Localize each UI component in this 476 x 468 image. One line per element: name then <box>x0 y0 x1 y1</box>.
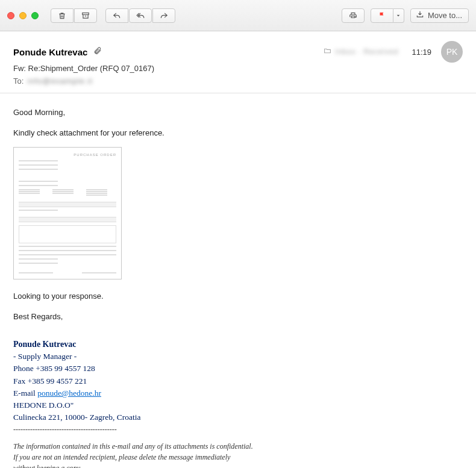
flag-dropdown-icon[interactable] <box>393 8 404 23</box>
print-button[interactable] <box>342 8 365 23</box>
sig-company: HEDONE D.O.O" <box>13 399 463 411</box>
sender-name: Ponude Kutrevac <box>13 47 87 57</box>
attachment-preview[interactable]: PURCHASE ORDER <box>13 147 122 279</box>
to-label: To: <box>13 76 23 86</box>
window-titlebar: Move to... <box>0 0 476 31</box>
message-time: 11:19 <box>412 48 431 57</box>
sig-name: Ponude Kutrevac <box>13 338 463 351</box>
reply-button[interactable] <box>105 8 128 23</box>
sig-email-label: E-mail <box>13 388 37 398</box>
reply-all-button[interactable] <box>129 8 152 23</box>
sig-phone: Phone +385 99 4557 128 <box>13 363 463 375</box>
signature-block: Ponude Kutrevac - Supply Manager - Phone… <box>13 338 463 424</box>
flag-icon[interactable] <box>371 8 393 23</box>
disclaimer-l3: without keeping a copy. <box>13 463 463 469</box>
sig-title: - Supply Manager - <box>13 351 463 363</box>
delete-button[interactable] <box>51 8 74 23</box>
disclaimer-l2: If you are not an intended recipient, pl… <box>13 452 463 463</box>
sig-address: Culinecka 221, 10000- Zagreb, Croatia <box>13 411 463 423</box>
avatar: PK <box>441 41 463 63</box>
body-closing: Best Regards, <box>13 311 463 323</box>
archive-button[interactable] <box>74 8 97 23</box>
body-line2: Looking to your response. <box>13 290 463 302</box>
sig-email-line: E-mail ponude@hedone.hr <box>13 387 463 399</box>
minimize-window-button[interactable] <box>19 12 27 19</box>
message-body: Good Morning, Kindly check attachment fo… <box>0 93 476 468</box>
folder-meta: Inbox · Received <box>324 47 398 57</box>
flag-menu[interactable] <box>371 8 404 23</box>
sig-email-link[interactable]: ponude@hedone.hr <box>37 388 101 398</box>
disclaimer: The information contained in this e-mail… <box>13 441 463 469</box>
to-value: info@example.it <box>27 76 92 86</box>
forward-button[interactable] <box>152 8 175 23</box>
to-line: To: info@example.it <box>13 76 463 86</box>
reply-group <box>105 8 175 23</box>
message-header: Ponude Kutrevac Inbox · Received 11:19 P… <box>0 31 476 93</box>
message-actions-group <box>51 8 97 23</box>
body-line1: Kindly check attachment for your referen… <box>13 127 463 139</box>
sig-fax: Fax +385 99 4557 221 <box>13 375 463 387</box>
inbox-download-icon <box>416 10 424 20</box>
message-subject: Fw: Re:Shipment_Order (RFQ 07_0167) <box>13 64 463 73</box>
folder-name: Inbox · Received <box>335 48 398 56</box>
close-window-button[interactable] <box>7 12 14 19</box>
zoom-window-button[interactable] <box>31 12 39 19</box>
folder-icon <box>324 47 331 57</box>
attachment-icon <box>93 46 102 57</box>
mail-window: Move to... Ponude Kutrevac Inbox · Recei… <box>0 0 476 468</box>
disclaimer-l1: The information contained in this e-mail… <box>13 441 463 452</box>
disclaimer-dash: ----------------------------------------… <box>13 424 463 435</box>
attachment-title: PURCHASE ORDER <box>19 152 116 158</box>
window-controls <box>7 12 39 19</box>
move-to-button[interactable]: Move to... <box>410 8 469 23</box>
body-greeting: Good Morning, <box>13 107 463 119</box>
move-to-label: Move to... <box>428 11 462 20</box>
svg-rect-0 <box>83 13 89 14</box>
